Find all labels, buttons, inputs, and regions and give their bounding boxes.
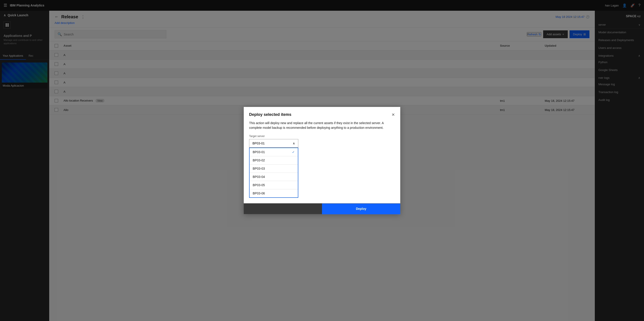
target-server-label: Target server [249,135,322,138]
modal-title: Deploy selected items [249,112,291,117]
deploy-modal: Deploy selected items ✕ This action will… [244,107,322,160]
modal-body: This action will deploy new and replace … [244,121,322,160]
modal-header: Deploy selected items ✕ [244,107,322,121]
dropdown-option-bp03-01[interactable]: BP03-01 ✓ [250,148,298,156]
chevron-up-icon: ∧ [293,142,295,145]
dropdown-option-bp03-02[interactable]: BP03-02 [250,156,298,160]
server-dropdown-trigger[interactable]: BP03-01 ∧ [249,139,298,148]
modal-description: This action will deploy new and replace … [249,121,322,130]
selected-server-value: BP03-01 [252,142,264,145]
check-icon: ✓ [292,150,295,154]
server-dropdown-menu: BP03-01 ✓ BP03-02 BP03-03 BP03-04 BP03-0… [249,148,298,160]
option-label: BP03-01 [253,150,265,154]
modal-overlay: Deploy selected items ✕ This action will… [0,0,322,160]
option-label: BP03-02 [253,159,265,160]
